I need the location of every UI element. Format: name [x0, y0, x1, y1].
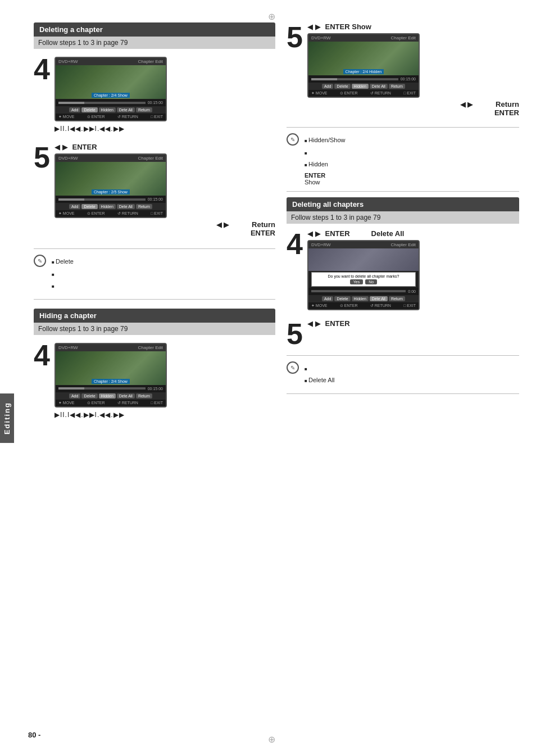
step4-delall-label: Delete All: [371, 229, 405, 238]
divider-hide2: [287, 191, 519, 192]
dvd-chapter-label-del4: Chapter : 2/4 Show: [92, 93, 130, 98]
dvd-nav-move: ✦ MOVE: [58, 115, 75, 119]
dvd-btn-delete-5a[interactable]: Delete: [81, 204, 97, 209]
step4-num: 4: [34, 55, 50, 84]
bullet-hidden-3: Hidden: [305, 160, 519, 170]
divider-del2: [34, 299, 275, 300]
dvd-nav-return: ↺ RETURN: [117, 115, 138, 119]
deleting-chapter-step4: 4 DVD+RW Chapter Edit Chapter : 2/4 Show: [34, 55, 275, 136]
note-icon-delall: ✎: [287, 361, 299, 374]
arrows-bottom-del5: ◀ ▶: [216, 220, 230, 229]
page-number: 80 -: [28, 731, 40, 739]
step5a-num: 5: [34, 143, 50, 172]
step5a-enter: ENTER: [72, 143, 97, 151]
dvd-btn-add[interactable]: Add: [69, 107, 80, 112]
step4-delall-arrows: ◀ ▶: [307, 229, 321, 238]
dvd-dialog-no[interactable]: No: [365, 279, 377, 284]
step5-delall-arrows: ◀ ▶: [307, 319, 321, 328]
dvd-btn-add-5a[interactable]: Add: [69, 204, 80, 209]
dvd-dialog: Do you want to delete all chapter marks?…: [311, 272, 416, 287]
bullet-hidden-2: [305, 148, 519, 158]
note-enter-label: ENTER: [305, 172, 325, 179]
bullet-delete-2: [52, 269, 275, 279]
dvd-dialog-yes[interactable]: Yes: [350, 279, 363, 284]
dvd-chapter-label-hide4: Chapter : 2/4 Show: [92, 379, 130, 384]
crosshair-bottom: ⊕: [268, 734, 275, 745]
note-icon-hide: ✎: [287, 133, 299, 146]
dvd-screen-hide-step5: DVD+RW Chapter Edit Chapter : 2/4 Hidden…: [307, 33, 420, 98]
dvd-btn-return-5a[interactable]: Return: [136, 204, 152, 209]
deleting-all-step4: 4 ◀ ▶ ENTER Delete All DVD+RW Chapter Ed…: [287, 229, 519, 313]
dvd-screen-delall-step4: DVD+RW Chapter Edit Do you want to delet…: [307, 240, 420, 310]
media-controls-hide4: ▶II.I◀◀.▶▶I.◀◀.▶▶: [54, 411, 275, 419]
dvd-nav-exit: □ EXIT: [151, 115, 163, 119]
dvd-btn-hidden-5a[interactable]: Hidden: [99, 204, 116, 209]
hiding-chapter-follow-steps: Follow steps 1 to 3 in page 79: [34, 323, 275, 335]
hiding-chapter-step4: 4 DVD+RW Chapter Edit Chapter : 2/4 Show: [34, 341, 275, 422]
dvd-btn-delete[interactable]: Delete: [81, 107, 97, 112]
deleting-all-header: Deleting all chapters: [287, 197, 519, 211]
bullet-delete-1: Delete: [52, 257, 275, 267]
dvd-chapter-label-hide5: Chapter : 2/4 Hidden: [343, 69, 384, 74]
step5b-arrows: ◀ ▶: [307, 22, 321, 31]
media-controls-del4: ▶II.I◀◀.▶▶I.◀◀.▶▶: [54, 125, 275, 133]
divider-delall1: [287, 355, 519, 356]
note-deleteall: ✎ Delete All: [287, 361, 519, 388]
step5-delall-enter: ENTER: [325, 319, 350, 328]
deleting-all-follow-steps: Follow steps 1 to 3 in page 79: [287, 211, 519, 224]
return-enter-del5: ◀ ▶ Return ENTER: [54, 220, 275, 237]
dvd-time-del4: 00:15:00: [148, 101, 163, 105]
dvd-screen-del-step5: DVD+RW Chapter Edit Chapter : 2/5 Show 0…: [54, 153, 167, 218]
note-show-label: Show: [305, 179, 320, 185]
divider-del: [34, 248, 275, 249]
step5b-num: 5: [287, 22, 303, 52]
dvd-btn-hidden[interactable]: Hidden: [99, 107, 116, 112]
dvd-dialog-text: Do you want to delete all chapter marks?: [315, 274, 412, 278]
hiding-step5-top: 5 ◀ ▶ ENTER Show DVD+RW Chapter Edit Cha…: [287, 22, 519, 121]
return-enter-hide5: ◀ ▶ Return ENTER: [307, 100, 519, 117]
deleting-all-step5: 5 ◀ ▶ ENTER: [287, 319, 519, 348]
dvd-btn-return[interactable]: Return: [136, 107, 152, 112]
dvd-screen-del-step4: DVD+RW Chapter Edit Chapter : 2/4 Show 0…: [54, 57, 167, 121]
divider-hide1: [287, 127, 519, 128]
step4-delall-enter: ENTER: [325, 229, 350, 238]
bullet-delall-1: [305, 364, 519, 374]
dvd-topbar-right: Chapter Edit: [138, 59, 162, 64]
note-delete: ✎ Delete: [34, 255, 275, 293]
bullet-hidden-1: Hidden/Show: [305, 135, 519, 146]
step5a-arrows: ◀ ▶: [54, 143, 68, 151]
dvd-screen-hide-step4: DVD+RW Chapter Edit Chapter : 2/4 Show 0…: [54, 343, 167, 408]
divider-delall2: [287, 393, 519, 394]
deleting-chapter-header: Deleting a chapter: [34, 22, 275, 37]
dvd-chapter-label-del5: Chapter : 2/5 Show: [92, 189, 130, 194]
dvd-btn-deteall[interactable]: Dete All: [117, 107, 135, 112]
dvd-nav-enter: ⊙ ENTER: [87, 115, 105, 119]
step4-delall-num: 4: [287, 229, 303, 259]
bullet-delete-3: [52, 281, 275, 291]
dvd-topbar-left: DVD+RW: [58, 59, 78, 64]
bullet-delall-2: Delete All: [305, 375, 519, 386]
hiding-chapter-header: Hiding a chapter: [34, 309, 275, 323]
note-hidden-show: ✎ Hidden/Show Hidden ENTER Show: [287, 133, 519, 185]
note-icon-del: ✎: [34, 255, 46, 267]
deleting-chapter-follow-steps: Follow steps 1 to 3 in page 79: [34, 37, 275, 49]
step4-hide-num: 4: [34, 341, 50, 370]
dvd-btn-deteall-5a[interactable]: Dete All: [117, 204, 135, 209]
deleting-chapter-step5: 5 ◀ ▶ ENTER DVD+RW Chapter Edit: [34, 143, 275, 242]
step5b-enter: ENTER Show: [325, 22, 371, 31]
step5-delall-num: 5: [287, 319, 303, 348]
